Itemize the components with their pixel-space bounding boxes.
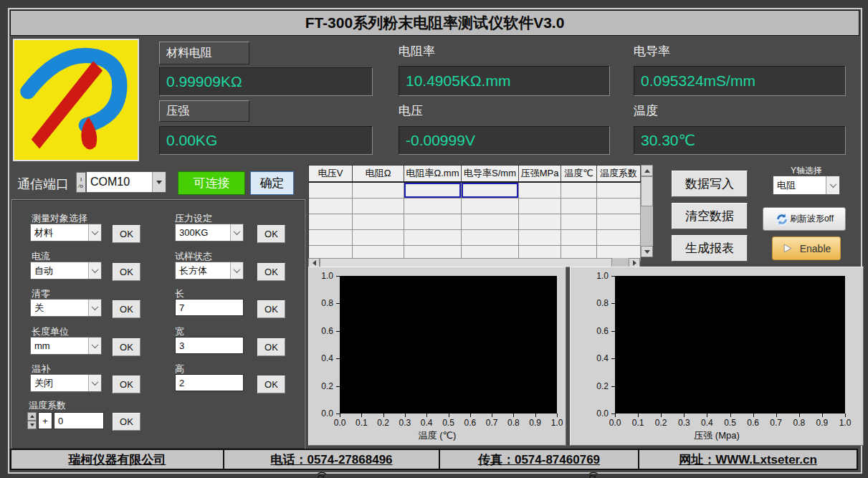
- table-header-cell[interactable]: 温度℃: [561, 166, 597, 181]
- table-cell[interactable]: [404, 199, 462, 214]
- table-cell[interactable]: [309, 214, 353, 229]
- refresh-waveform-label: 刷新波形off: [790, 213, 834, 225]
- height-input[interactable]: 2: [175, 374, 244, 391]
- plot-area[interactable]: [340, 276, 557, 414]
- pressure-set-ok-button[interactable]: OK: [257, 225, 285, 243]
- table-cell[interactable]: [462, 199, 519, 214]
- clear-data-button[interactable]: 清空数据: [672, 203, 748, 229]
- sample-state-select[interactable]: 长方体: [175, 262, 244, 279]
- pressure-set-value: 300KG: [176, 227, 230, 238]
- connect-status-button[interactable]: 可连接: [178, 171, 245, 195]
- table-header-cell[interactable]: 电阻Ω: [353, 166, 404, 181]
- table-header-cell[interactable]: 温度系数: [597, 166, 641, 181]
- confirm-button[interactable]: 确定: [250, 171, 294, 195]
- table-cell[interactable]: [519, 183, 561, 198]
- temperature-label: 温度: [634, 102, 658, 119]
- scroll-up-icon[interactable]: [641, 165, 653, 176]
- table-cell[interactable]: [404, 183, 462, 198]
- temp-comp-select[interactable]: 关闭: [30, 374, 102, 392]
- table-cell[interactable]: [353, 230, 404, 245]
- table-cell[interactable]: [462, 214, 519, 229]
- titlebar: FT-300系列粉末电阻率测试仪软件V3.0: [10, 10, 859, 36]
- data-table: 电压V电阻Ω电阻率Ω.mm电导率S/mm压强MPa温度℃温度系数: [308, 165, 642, 258]
- scrollbar-thumb[interactable]: [641, 176, 653, 206]
- length-unit-select[interactable]: mm: [30, 337, 102, 355]
- length-unit-ok-button[interactable]: OK: [113, 338, 140, 356]
- chevron-down-icon[interactable]: [88, 224, 101, 241]
- table-cell[interactable]: [519, 230, 561, 245]
- table-cell[interactable]: [561, 183, 597, 198]
- chevron-down-icon[interactable]: [152, 172, 166, 192]
- table-header-cell[interactable]: 压强MPa: [519, 166, 561, 181]
- table-cell[interactable]: [309, 183, 353, 198]
- generate-report-button[interactable]: 生成报表: [672, 235, 748, 262]
- table-cell[interactable]: [353, 183, 404, 198]
- temp-coef-input[interactable]: 0: [54, 412, 104, 429]
- height-ok-button[interactable]: OK: [257, 376, 285, 393]
- table-cell[interactable]: [309, 199, 353, 214]
- table-cell[interactable]: [353, 199, 404, 214]
- zero-value: 关: [31, 302, 88, 315]
- table-cell[interactable]: [309, 230, 353, 245]
- x-tick-mark: [513, 414, 514, 417]
- table-cell[interactable]: [597, 199, 641, 214]
- table-cell[interactable]: [597, 183, 641, 198]
- width-input[interactable]: 3: [175, 337, 244, 354]
- temp-comp-ok-button[interactable]: OK: [113, 376, 140, 393]
- table-cell[interactable]: [561, 214, 597, 229]
- plot-area[interactable]: [615, 276, 845, 414]
- current-select[interactable]: 自动: [30, 262, 102, 279]
- table-cell[interactable]: [353, 214, 404, 229]
- temp-coef-stepper[interactable]: [27, 412, 37, 429]
- chevron-down-icon[interactable]: [88, 338, 101, 354]
- com-port-select[interactable]: COM10: [86, 171, 166, 193]
- zero-ok-button[interactable]: OK: [113, 300, 140, 318]
- table-cell[interactable]: [519, 214, 561, 229]
- table-cell[interactable]: [404, 214, 462, 229]
- y-tick-label: 0.0: [571, 408, 609, 419]
- pressure-set-select[interactable]: 300KG: [175, 224, 244, 242]
- temp-coef-ok-button[interactable]: OK: [113, 413, 140, 431]
- y-axis-select[interactable]: 电阻: [773, 176, 840, 195]
- enable-button[interactable]: Enable: [772, 236, 841, 260]
- table-header-cell[interactable]: 电导率S/mm: [462, 166, 519, 181]
- x-tick-mark: [684, 414, 685, 417]
- table-cell[interactable]: [561, 230, 597, 245]
- measure-object-select[interactable]: 材料: [30, 224, 102, 242]
- table-cell[interactable]: [519, 199, 561, 214]
- table-cell[interactable]: [561, 199, 597, 214]
- table-cell[interactable]: [597, 230, 641, 245]
- chevron-down-icon[interactable]: [230, 262, 243, 279]
- table-cell[interactable]: [597, 214, 641, 229]
- length-ok-button[interactable]: OK: [257, 300, 285, 318]
- table-vertical-scrollbar[interactable]: [641, 165, 653, 257]
- x-tick-label: 0.4: [416, 418, 437, 428]
- table-header-cell[interactable]: 电阻率Ω.mm: [404, 166, 462, 181]
- zero-select[interactable]: 关: [30, 299, 102, 317]
- chevron-down-icon[interactable]: [88, 262, 101, 279]
- chevron-down-icon[interactable]: [826, 176, 839, 194]
- length-input[interactable]: 7: [175, 299, 244, 316]
- refresh-waveform-button[interactable]: 刷新波形off: [763, 207, 846, 231]
- stepper-down-icon[interactable]: [27, 421, 37, 429]
- x-tick-mark: [753, 414, 754, 417]
- y-tick-mark: [611, 386, 615, 387]
- table-cell[interactable]: [404, 230, 462, 245]
- table-cell[interactable]: [462, 183, 519, 198]
- chevron-down-icon[interactable]: [88, 300, 101, 316]
- chevron-down-icon[interactable]: [230, 224, 243, 241]
- table-header-cell[interactable]: 电压V: [309, 166, 353, 181]
- measure-object-ok-button[interactable]: OK: [113, 225, 140, 243]
- width-ok-button[interactable]: OK: [257, 338, 285, 356]
- y-tick-label: 0.2: [309, 381, 333, 391]
- chevron-down-icon[interactable]: [88, 375, 101, 391]
- sample-state-ok-button[interactable]: OK: [257, 263, 285, 281]
- temp-coef-label: 温度系数: [29, 399, 66, 412]
- table-body: [309, 183, 641, 262]
- table-cell[interactable]: [462, 230, 519, 245]
- write-data-button[interactable]: 数据写入: [672, 171, 748, 197]
- scroll-down-icon[interactable]: [641, 246, 653, 257]
- stepper-up-icon[interactable]: [27, 412, 37, 421]
- current-ok-button[interactable]: OK: [113, 263, 140, 281]
- refresh-icon: [775, 212, 789, 226]
